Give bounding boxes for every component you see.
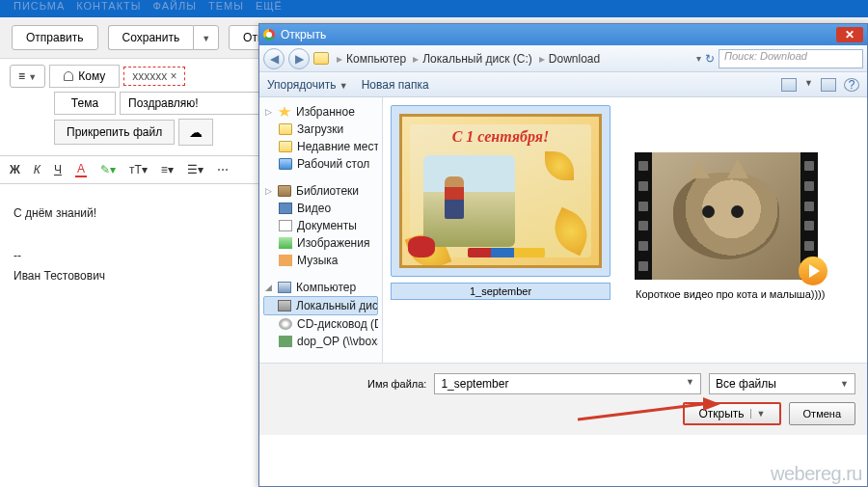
dialog-titlebar: Открыть ✕ — [259, 24, 867, 45]
tree-recent[interactable]: Недавние места — [263, 138, 378, 155]
recipient-chip[interactable]: xxxxxx × — [123, 67, 185, 86]
tree-videos[interactable]: Видео — [263, 200, 378, 217]
tree-computer[interactable]: ◢Компьютер — [263, 279, 378, 296]
to-label[interactable]: Кому — [49, 65, 120, 88]
folder-icon — [279, 123, 292, 135]
subject-label: Тема — [54, 92, 116, 115]
tree-desktop[interactable]: Рабочий стол — [263, 155, 378, 173]
underline-button[interactable]: Ч — [54, 162, 62, 177]
bold-button[interactable]: Ж — [10, 162, 20, 177]
highlight-button[interactable]: ✎▾ — [100, 162, 116, 177]
file-item-selected[interactable]: С 1 сентября! 1_september — [391, 105, 610, 300]
back-button[interactable]: ◀ — [263, 48, 285, 69]
tree-documents[interactable]: Документы — [263, 217, 378, 234]
font-color-button[interactable]: A — [75, 162, 87, 177]
new-folder-button[interactable]: Новая папка — [362, 78, 429, 92]
list-button[interactable]: ☰▾ — [187, 162, 203, 177]
file-thumbnail: С 1 сентября! — [399, 114, 602, 268]
play-icon — [799, 257, 827, 285]
file-item[interactable]: Короткое видео про кота и малыша)))) — [634, 151, 827, 302]
tree-cd[interactable]: CD-дисковод (D: — [263, 315, 378, 333]
save-button[interactable]: Сохранить — [108, 25, 194, 50]
organize-button[interactable]: Упорядочить ▼ — [267, 78, 348, 92]
dialog-bottom: Имя файла: 1_september▼ Все файлы▼ Откры… — [259, 363, 867, 435]
nav-item[interactable]: Ещё — [256, 0, 283, 12]
nav-item[interactable]: Темы — [208, 0, 244, 12]
attach-button[interactable]: Прикрепить файл — [54, 120, 175, 145]
folder-icon — [279, 141, 292, 152]
tree-downloads[interactable]: Загрузки — [263, 121, 378, 138]
attach-cloud-button[interactable]: ☁ — [178, 119, 213, 146]
video-icon — [279, 203, 292, 214]
watermark: webereg.ru — [771, 463, 862, 485]
align-button[interactable]: ≡▾ — [161, 162, 174, 177]
desktop-icon — [279, 158, 292, 170]
breadcrumb[interactable]: ▸Компьютер ▸Локальный диск (C:) ▸Downloa… — [333, 52, 600, 66]
document-icon — [279, 220, 292, 231]
video-thumbnail — [635, 152, 818, 280]
cloud-icon: ☁ — [189, 124, 203, 140]
file-open-dialog: Открыть ✕ ◀ ▶ ▸Компьютер ▸Локальный диск… — [258, 23, 868, 487]
image-icon — [279, 237, 292, 249]
format-dropdown[interactable]: ≡ ▼ — [10, 65, 45, 88]
more-button[interactable]: ⋯ — [217, 162, 229, 177]
network-icon — [279, 336, 292, 347]
tree-images[interactable]: Изображения — [263, 234, 378, 252]
preview-icon[interactable] — [821, 78, 836, 92]
cd-icon — [279, 318, 292, 330]
dialog-cmdbar: Упорядочить ▼ Новая папка ▼ ? — [259, 72, 867, 97]
filter-combo[interactable]: Все файлы▼ — [709, 373, 855, 394]
drive-icon — [278, 300, 291, 311]
file-name-label: 1_september — [391, 283, 610, 300]
computer-icon — [278, 282, 291, 293]
tree-libraries[interactable]: ▷Библиотеки — [263, 182, 378, 200]
help-icon[interactable]: ? — [844, 78, 859, 92]
file-name-label: Короткое видео про кота и малыша)))) — [634, 286, 827, 302]
person-icon — [64, 71, 73, 81]
filename-label: Имя файла: — [367, 378, 426, 390]
nav-item[interactable]: Файлы — [153, 0, 197, 12]
library-icon — [278, 185, 291, 197]
close-icon[interactable]: ✕ — [836, 27, 863, 42]
filename-input[interactable]: 1_september▼ — [434, 373, 701, 394]
tree-music[interactable]: Музыка — [263, 252, 378, 269]
music-icon — [279, 255, 292, 266]
folder-tree: ▷Избранное Загрузки Недавние места Рабоч… — [259, 97, 383, 363]
view-icon[interactable] — [781, 78, 797, 92]
send-button[interactable]: Отправить — [12, 25, 98, 50]
dialog-cancel-button[interactable]: Отмена — [789, 402, 855, 425]
dialog-title: Открыть — [281, 28, 326, 41]
italic-button[interactable]: К — [34, 162, 41, 177]
font-size-button[interactable]: тТ▾ — [129, 162, 148, 177]
forward-button[interactable]: ▶ — [288, 48, 310, 69]
folder-icon — [313, 52, 329, 65]
mail-top-nav: Письма Контакты Файлы Темы Ещё — [0, 0, 868, 17]
file-list: С 1 сентября! 1_september — [383, 97, 867, 363]
nav-item[interactable]: Контакты — [76, 0, 141, 12]
save-dropdown[interactable]: ▼ — [193, 25, 219, 50]
chrome-icon — [263, 29, 275, 41]
open-button[interactable]: Открыть▼ — [683, 402, 780, 425]
tree-local-disk[interactable]: Локальный диск — [263, 296, 378, 315]
tree-network[interactable]: dop_OP (\\vboxs — [263, 333, 378, 350]
nav-item[interactable]: Письма — [14, 0, 65, 12]
dialog-navbar: ◀ ▶ ▸Компьютер ▸Локальный диск (C:) ▸Dow… — [259, 45, 867, 72]
tree-favorites[interactable]: ▷Избранное — [263, 103, 378, 121]
search-input[interactable]: Поиск: Download — [719, 49, 863, 68]
star-icon — [278, 106, 291, 118]
